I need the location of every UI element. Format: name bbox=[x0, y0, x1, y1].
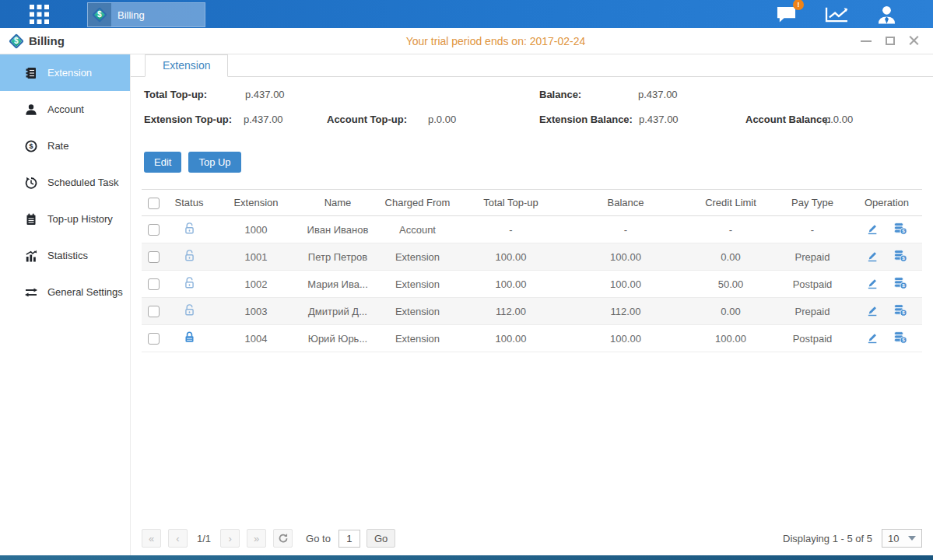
edit-icon[interactable] bbox=[866, 250, 879, 264]
extensions-table-body: 1000 Иван Иванов Account - - - - bbox=[142, 216, 922, 352]
svg-text:$: $ bbox=[903, 282, 906, 288]
balance-value: p.437.00 bbox=[638, 89, 678, 100]
resource-monitor-icon[interactable] bbox=[824, 5, 850, 24]
window-title-bar: $ Billing Your trial period ends on: 201… bbox=[0, 28, 933, 54]
sidebar-item-account[interactable]: Account bbox=[0, 91, 130, 128]
account-balance-value: p.0.00 bbox=[825, 114, 853, 125]
col-operation: Operation bbox=[851, 190, 922, 216]
col-balance: Balance bbox=[563, 190, 688, 216]
account-topup-label: Account Top-up: bbox=[327, 114, 407, 125]
row-checkbox[interactable] bbox=[148, 251, 160, 263]
account-balance-label: Account Balance: bbox=[745, 114, 831, 125]
minimize-icon[interactable] bbox=[861, 40, 872, 42]
sidebar-item-statistics[interactable]: Statistics bbox=[0, 237, 130, 274]
go-button[interactable]: Go bbox=[367, 529, 395, 548]
row-checkbox[interactable] bbox=[148, 224, 160, 236]
col-pay-type: Pay Type bbox=[773, 190, 851, 216]
app-launcher-icon[interactable] bbox=[23, 0, 54, 28]
edit-button[interactable]: Edit bbox=[144, 152, 181, 173]
row-checkbox[interactable] bbox=[148, 306, 160, 317]
close-icon[interactable] bbox=[909, 36, 919, 46]
col-extension: Extension bbox=[213, 190, 299, 216]
total-topup-value: p.437.00 bbox=[245, 89, 285, 100]
ledger-icon bbox=[24, 67, 38, 79]
row-checkbox[interactable] bbox=[148, 278, 160, 290]
edit-icon[interactable] bbox=[866, 222, 879, 237]
taskbar-tab-label: Billing bbox=[118, 9, 145, 21]
sidebar-item-rate[interactable]: $ Rate bbox=[0, 128, 130, 164]
col-name: Name bbox=[299, 190, 377, 216]
main-content: Extension Total Top-up: p.437.00 Balance… bbox=[131, 54, 933, 555]
svg-text:$: $ bbox=[903, 228, 906, 233]
history-clock-icon bbox=[24, 177, 38, 189]
sidebar-item-label: Account bbox=[47, 103, 84, 115]
extensions-table: Status Extension Name Charged From Total… bbox=[142, 189, 922, 352]
user-account-icon[interactable] bbox=[876, 5, 897, 24]
messages-icon[interactable]: ! bbox=[775, 5, 798, 24]
topup-coins-icon[interactable]: $ bbox=[893, 304, 907, 319]
maximize-icon[interactable] bbox=[886, 37, 895, 45]
notification-badge: ! bbox=[793, 0, 804, 10]
svg-text:$: $ bbox=[29, 142, 33, 150]
col-status: Status bbox=[165, 190, 213, 216]
extension-balance-label: Extension Balance: bbox=[539, 114, 633, 125]
edit-icon[interactable] bbox=[866, 331, 879, 346]
svg-text:$: $ bbox=[903, 310, 906, 315]
tab-extension[interactable]: Extension bbox=[145, 54, 228, 77]
last-page-button[interactable]: » bbox=[247, 529, 266, 548]
sidebar-item-extension[interactable]: Extension bbox=[0, 54, 130, 91]
table-row: 1001 Петр Петров Extension 100.00 100.00… bbox=[142, 243, 922, 271]
extension-topup-label: Extension Top-up: bbox=[144, 114, 232, 125]
edit-icon[interactable] bbox=[866, 304, 879, 319]
sidebar-item-general-settings[interactable]: General Settings bbox=[0, 274, 130, 310]
sidebar-item-label: Statistics bbox=[47, 250, 88, 261]
page-indicator: 1/1 bbox=[197, 533, 211, 544]
desktop-top-bar: $ Billing ! bbox=[0, 0, 933, 28]
refresh-icon[interactable] bbox=[273, 529, 293, 548]
col-charged-from: Charged From bbox=[377, 190, 458, 216]
row-checkbox[interactable] bbox=[148, 333, 160, 345]
sidebar-item-label: General Settings bbox=[47, 286, 123, 298]
status-unlocked-icon bbox=[184, 222, 195, 237]
transfer-arrows-icon bbox=[24, 286, 38, 299]
previous-page-button[interactable]: ‹ bbox=[168, 529, 188, 548]
status-unlocked-icon bbox=[184, 303, 195, 319]
displaying-text: Displaying 1 - 5 of 5 bbox=[783, 533, 872, 544]
topup-coins-icon[interactable]: $ bbox=[893, 222, 907, 237]
balance-summary: Total Top-up: p.437.00 Balance: p.437.00… bbox=[131, 86, 933, 138]
pagination-bar: « ‹ 1/1 › » Go to Go Displaying 1 - 5 of… bbox=[142, 527, 922, 549]
select-all-checkbox[interactable] bbox=[148, 198, 160, 209]
col-credit-limit: Credit Limit bbox=[688, 190, 773, 216]
svg-text:$: $ bbox=[903, 337, 906, 342]
first-page-button[interactable]: « bbox=[142, 529, 161, 548]
status-unlocked-icon bbox=[184, 249, 195, 264]
goto-page-input[interactable] bbox=[338, 530, 360, 548]
tab-strip: Extension bbox=[131, 54, 933, 77]
table-row: 1000 Иван Иванов Account - - - - bbox=[142, 216, 922, 243]
extension-balance-value: p.437.00 bbox=[639, 114, 679, 125]
sidebar-item-label: Extension bbox=[47, 67, 92, 79]
goto-label: Go to bbox=[306, 533, 331, 544]
person-icon bbox=[24, 103, 38, 116]
trial-notice: Your trial period ends on: 2017-02-24 bbox=[131, 35, 861, 47]
sidebar-item-label: Top-up History bbox=[47, 213, 113, 225]
chevron-down-icon bbox=[908, 536, 916, 541]
topup-coins-icon[interactable]: $ bbox=[893, 277, 907, 292]
window-title: Billing bbox=[29, 34, 65, 47]
topup-coins-icon[interactable]: $ bbox=[893, 331, 907, 346]
account-topup-value: p.0.00 bbox=[428, 114, 456, 125]
topup-coins-icon[interactable]: $ bbox=[893, 250, 907, 264]
next-page-button[interactable]: › bbox=[220, 529, 240, 548]
sidebar-item-topup-history[interactable]: Top-up History bbox=[0, 201, 130, 237]
billing-window-body: Extension Account $ Rate Scheduled Task bbox=[0, 54, 933, 555]
sidebar-item-scheduled-task[interactable]: Scheduled Task bbox=[0, 164, 130, 201]
dollar-circle-icon: $ bbox=[24, 140, 38, 152]
notepad-icon bbox=[24, 213, 38, 226]
taskbar-tab-billing[interactable]: $ Billing bbox=[87, 2, 205, 27]
sidebar-item-label: Rate bbox=[47, 140, 68, 152]
topup-button[interactable]: Top Up bbox=[188, 152, 240, 173]
balance-label: Balance: bbox=[539, 89, 581, 100]
table-row: 1003 Дмитрий Д... Extension 112.00 112.0… bbox=[142, 298, 922, 325]
edit-icon[interactable] bbox=[866, 277, 879, 292]
page-size-select[interactable]: 10 bbox=[882, 529, 922, 548]
